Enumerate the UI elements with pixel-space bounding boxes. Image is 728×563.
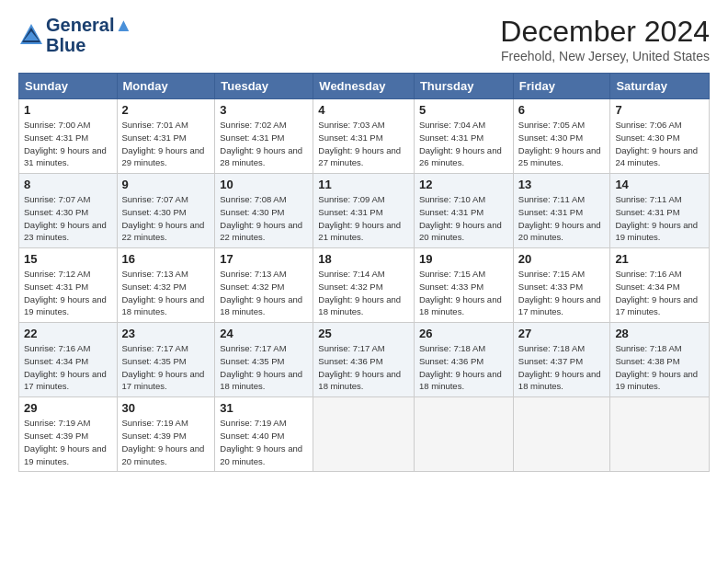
day-info: Sunrise: 7:18 AMSunset: 4:38 PMDaylight:… xyxy=(615,342,704,393)
calendar-day-cell: 14 Sunrise: 7:11 AMSunset: 4:31 PMDaylig… xyxy=(610,174,710,248)
calendar-day-cell: 31 Sunrise: 7:19 AMSunset: 4:40 PMDaylig… xyxy=(215,397,313,472)
day-number: 6 xyxy=(518,103,606,117)
day-info: Sunrise: 7:15 AMSunset: 4:33 PMDaylight:… xyxy=(419,268,508,318)
day-number: 3 xyxy=(220,103,308,117)
day-info: Sunrise: 7:16 AMSunset: 4:34 PMDaylight:… xyxy=(24,342,112,393)
title-section: December 2024 Freehold, New Jersey, Unit… xyxy=(500,15,710,63)
day-info: Sunrise: 7:01 AMSunset: 4:31 PMDaylight:… xyxy=(122,119,210,169)
calendar-day-cell: 24 Sunrise: 7:17 AMSunset: 4:35 PMDaylig… xyxy=(215,323,313,397)
day-number: 17 xyxy=(220,252,308,266)
calendar-day-cell: 1 Sunrise: 7:00 AMSunset: 4:31 PMDayligh… xyxy=(19,99,118,174)
header: General▲ Blue December 2024 Freehold, Ne… xyxy=(18,15,710,63)
calendar-day-cell: 27 Sunrise: 7:18 AMSunset: 4:37 PMDaylig… xyxy=(513,323,610,397)
day-number: 28 xyxy=(615,327,704,340)
logo-icon xyxy=(18,22,44,48)
day-number: 27 xyxy=(518,327,606,340)
day-info: Sunrise: 7:17 AMSunset: 4:35 PMDaylight:… xyxy=(122,342,210,393)
day-number: 4 xyxy=(318,103,409,117)
calendar-day-cell: 13 Sunrise: 7:11 AMSunset: 4:31 PMDaylig… xyxy=(513,174,610,248)
location: Freehold, New Jersey, United States xyxy=(500,49,710,63)
day-number: 26 xyxy=(419,327,508,340)
day-number: 10 xyxy=(220,178,308,191)
day-info: Sunrise: 7:16 AMSunset: 4:34 PMDaylight:… xyxy=(615,268,704,318)
calendar-day-cell xyxy=(414,397,513,472)
day-info: Sunrise: 7:12 AMSunset: 4:31 PMDaylight:… xyxy=(24,268,112,318)
calendar-body: 1 Sunrise: 7:00 AMSunset: 4:31 PMDayligh… xyxy=(19,99,710,472)
calendar-day-cell: 16 Sunrise: 7:13 AMSunset: 4:32 PMDaylig… xyxy=(117,248,215,323)
calendar-day-cell: 6 Sunrise: 7:05 AMSunset: 4:30 PMDayligh… xyxy=(513,99,610,174)
calendar-day-cell: 22 Sunrise: 7:16 AMSunset: 4:34 PMDaylig… xyxy=(19,323,118,397)
calendar-day-cell xyxy=(313,397,415,472)
calendar-day-cell: 26 Sunrise: 7:18 AMSunset: 4:36 PMDaylig… xyxy=(414,323,513,397)
calendar-day-cell: 17 Sunrise: 7:13 AMSunset: 4:32 PMDaylig… xyxy=(215,248,313,323)
day-number: 19 xyxy=(419,252,508,266)
day-number: 9 xyxy=(122,178,210,191)
header-day: Sunday xyxy=(19,74,118,99)
calendar-day-cell xyxy=(513,397,610,472)
day-info: Sunrise: 7:09 AMSunset: 4:31 PMDaylight:… xyxy=(318,193,409,244)
day-info: Sunrise: 7:05 AMSunset: 4:30 PMDaylight:… xyxy=(518,119,606,169)
day-number: 25 xyxy=(318,327,409,340)
day-info: Sunrise: 7:18 AMSunset: 4:36 PMDaylight:… xyxy=(419,342,508,393)
calendar-week-row: 1 Sunrise: 7:00 AMSunset: 4:31 PMDayligh… xyxy=(19,99,710,174)
header-day: Thursday xyxy=(414,74,513,99)
day-info: Sunrise: 7:19 AMSunset: 4:39 PMDaylight:… xyxy=(24,417,112,467)
calendar-day-cell: 5 Sunrise: 7:04 AMSunset: 4:31 PMDayligh… xyxy=(414,99,513,174)
day-info: Sunrise: 7:07 AMSunset: 4:30 PMDaylight:… xyxy=(24,193,112,244)
day-number: 12 xyxy=(419,178,508,191)
day-number: 24 xyxy=(220,327,308,340)
day-info: Sunrise: 7:06 AMSunset: 4:30 PMDaylight:… xyxy=(615,119,704,169)
day-number: 20 xyxy=(518,252,606,266)
calendar-table: SundayMondayTuesdayWednesdayThursdayFrid… xyxy=(18,73,710,472)
calendar-header: SundayMondayTuesdayWednesdayThursdayFrid… xyxy=(19,74,710,99)
day-info: Sunrise: 7:11 AMSunset: 4:31 PMDaylight:… xyxy=(518,193,606,244)
calendar-day-cell: 7 Sunrise: 7:06 AMSunset: 4:30 PMDayligh… xyxy=(610,99,710,174)
header-day: Monday xyxy=(117,74,215,99)
day-info: Sunrise: 7:13 AMSunset: 4:32 PMDaylight:… xyxy=(220,268,308,318)
day-number: 22 xyxy=(24,327,112,340)
calendar-day-cell: 15 Sunrise: 7:12 AMSunset: 4:31 PMDaylig… xyxy=(19,248,118,323)
day-number: 15 xyxy=(24,252,112,266)
calendar-day-cell: 23 Sunrise: 7:17 AMSunset: 4:35 PMDaylig… xyxy=(117,323,215,397)
day-info: Sunrise: 7:02 AMSunset: 4:31 PMDaylight:… xyxy=(220,119,308,169)
day-info: Sunrise: 7:18 AMSunset: 4:37 PMDaylight:… xyxy=(518,342,606,393)
header-day: Friday xyxy=(513,74,610,99)
calendar-day-cell xyxy=(610,397,710,472)
day-number: 31 xyxy=(220,401,308,415)
day-number: 7 xyxy=(615,103,704,117)
day-number: 18 xyxy=(318,252,409,266)
calendar-day-cell: 29 Sunrise: 7:19 AMSunset: 4:39 PMDaylig… xyxy=(19,397,118,472)
day-number: 8 xyxy=(24,178,112,191)
day-number: 1 xyxy=(24,103,112,117)
calendar-day-cell: 3 Sunrise: 7:02 AMSunset: 4:31 PMDayligh… xyxy=(215,99,313,174)
calendar-day-cell: 25 Sunrise: 7:17 AMSunset: 4:36 PMDaylig… xyxy=(313,323,415,397)
page: General▲ Blue December 2024 Freehold, Ne… xyxy=(0,0,728,481)
day-info: Sunrise: 7:07 AMSunset: 4:30 PMDaylight:… xyxy=(122,193,210,244)
month-title: December 2024 xyxy=(500,15,710,49)
calendar-day-cell: 9 Sunrise: 7:07 AMSunset: 4:30 PMDayligh… xyxy=(117,174,215,248)
day-number: 21 xyxy=(615,252,704,266)
day-number: 5 xyxy=(419,103,508,117)
day-info: Sunrise: 7:10 AMSunset: 4:31 PMDaylight:… xyxy=(419,193,508,244)
day-number: 2 xyxy=(122,103,210,117)
calendar-week-row: 22 Sunrise: 7:16 AMSunset: 4:34 PMDaylig… xyxy=(19,323,710,397)
day-info: Sunrise: 7:17 AMSunset: 4:36 PMDaylight:… xyxy=(318,342,409,393)
day-info: Sunrise: 7:19 AMSunset: 4:39 PMDaylight:… xyxy=(122,417,210,467)
calendar-week-row: 8 Sunrise: 7:07 AMSunset: 4:30 PMDayligh… xyxy=(19,174,710,248)
day-info: Sunrise: 7:04 AMSunset: 4:31 PMDaylight:… xyxy=(419,119,508,169)
calendar-day-cell: 12 Sunrise: 7:10 AMSunset: 4:31 PMDaylig… xyxy=(414,174,513,248)
day-info: Sunrise: 7:03 AMSunset: 4:31 PMDaylight:… xyxy=(318,119,409,169)
calendar-day-cell: 28 Sunrise: 7:18 AMSunset: 4:38 PMDaylig… xyxy=(610,323,710,397)
calendar-day-cell: 11 Sunrise: 7:09 AMSunset: 4:31 PMDaylig… xyxy=(313,174,415,248)
day-number: 30 xyxy=(122,401,210,415)
header-day: Tuesday xyxy=(215,74,313,99)
day-number: 14 xyxy=(615,178,704,191)
calendar-day-cell: 18 Sunrise: 7:14 AMSunset: 4:32 PMDaylig… xyxy=(313,248,415,323)
header-day: Saturday xyxy=(610,74,710,99)
day-info: Sunrise: 7:00 AMSunset: 4:31 PMDaylight:… xyxy=(24,119,112,169)
calendar-day-cell: 30 Sunrise: 7:19 AMSunset: 4:39 PMDaylig… xyxy=(117,397,215,472)
calendar-day-cell: 21 Sunrise: 7:16 AMSunset: 4:34 PMDaylig… xyxy=(610,248,710,323)
calendar-week-row: 15 Sunrise: 7:12 AMSunset: 4:31 PMDaylig… xyxy=(19,248,710,323)
day-info: Sunrise: 7:17 AMSunset: 4:35 PMDaylight:… xyxy=(220,342,308,393)
day-info: Sunrise: 7:15 AMSunset: 4:33 PMDaylight:… xyxy=(518,268,606,318)
